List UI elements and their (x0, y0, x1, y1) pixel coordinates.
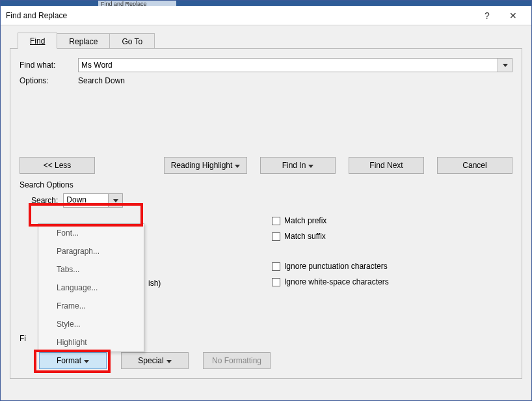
format-button-label: Format (57, 356, 81, 365)
find-what-row: Find what: (20, 58, 512, 72)
less-button[interactable]: << Less (20, 157, 95, 174)
search-direction-value: Down (63, 193, 109, 208)
ignore-punct-checkbox[interactable] (272, 262, 280, 271)
cancel-label: Cancel (462, 161, 486, 170)
find-next-label: Find Next (369, 161, 403, 170)
match-suffix-row[interactable]: Match suffix (272, 228, 512, 244)
main-button-row: << Less Reading Highlight Find In Find N… (20, 157, 512, 174)
titlebar: Find and Replace ? ✕ (1, 6, 531, 25)
find-what-input[interactable] (78, 58, 498, 72)
spacer (108, 157, 151, 174)
tab-row: Find Replace Go To (18, 32, 522, 49)
find-what-dropdown[interactable] (498, 58, 512, 72)
menu-paragraph[interactable]: Paragraph... (38, 242, 144, 260)
reading-highlight-button[interactable]: Reading Highlight (164, 157, 247, 174)
ignore-punct-row[interactable]: Ignore punctuation characters (272, 258, 512, 274)
menu-frame[interactable]: Frame... (38, 297, 144, 315)
chevron-down-icon (166, 360, 172, 363)
options-label: Options: (20, 76, 78, 85)
chevron-down-icon (503, 64, 508, 67)
word-background-tab: Find and Replace (98, 1, 176, 6)
find-in-button[interactable]: Find In (260, 157, 336, 174)
match-prefix-label: Match prefix (284, 216, 326, 225)
ignore-ws-row[interactable]: Ignore white-space characters (272, 274, 512, 290)
match-suffix-checkbox[interactable] (272, 232, 280, 241)
search-direction-row: Search: Down (31, 193, 512, 208)
search-options-label: Search Options (20, 180, 512, 189)
tab-find[interactable]: Find (18, 33, 57, 49)
options-value: Search Down (78, 76, 125, 85)
menu-highlight[interactable]: Highlight (38, 333, 144, 352)
tab-goto[interactable]: Go To (109, 33, 155, 49)
find-in-label: Find In (282, 161, 306, 170)
less-button-label: << Less (44, 161, 72, 170)
tab-find-label: Find (30, 36, 45, 46)
search-direction-dropdown[interactable] (109, 193, 123, 208)
find-section-label-partial: Fi (20, 334, 26, 343)
search-direction-select[interactable]: Down (63, 193, 123, 208)
special-button[interactable]: Special (121, 352, 189, 369)
dialog-title: Find and Replace (6, 11, 474, 20)
options-right-col: Match prefix Match suffix Ignore punctua… (272, 213, 512, 291)
close-button[interactable]: ✕ (500, 7, 526, 25)
search-label: Search: (31, 196, 58, 205)
reading-highlight-label: Reading Highlight (171, 161, 233, 170)
menu-language[interactable]: Language... (38, 279, 144, 297)
match-prefix-checkbox[interactable] (272, 217, 280, 225)
chevron-down-icon (308, 165, 313, 168)
tab-panel: Find what: Options: Search Down << Less … (10, 48, 522, 379)
chevron-down-icon (235, 165, 240, 168)
partial-text: ish) (148, 279, 161, 288)
tab-replace-label: Replace (69, 37, 98, 46)
format-button[interactable]: Format (39, 352, 107, 369)
chevron-down-icon (113, 199, 118, 202)
no-formatting-label: No Formatting (212, 356, 261, 365)
tab-replace[interactable]: Replace (57, 33, 110, 49)
menu-font[interactable]: Font... (38, 224, 144, 242)
ignore-ws-label: Ignore white-space characters (284, 277, 389, 286)
chevron-down-icon (84, 360, 89, 363)
menu-tabs[interactable]: Tabs... (38, 260, 144, 279)
special-button-label: Special (138, 356, 163, 365)
find-next-button[interactable]: Find Next (349, 157, 424, 174)
bottom-button-row: Format Special No Formatting (39, 352, 271, 369)
ignore-punct-label: Ignore punctuation characters (284, 262, 388, 271)
find-what-label: Find what: (20, 61, 78, 70)
no-formatting-button[interactable]: No Formatting (203, 352, 271, 369)
format-menu: Font... Paragraph... Tabs... Language...… (38, 223, 144, 352)
cancel-button[interactable]: Cancel (437, 157, 512, 174)
ignore-ws-checkbox[interactable] (272, 278, 280, 286)
help-button[interactable]: ? (474, 7, 500, 25)
find-what-combo (78, 58, 512, 72)
match-prefix-row[interactable]: Match prefix (272, 213, 512, 228)
menu-style[interactable]: Style... (38, 315, 144, 333)
word-ribbon-strip (1, 1, 531, 6)
dialog-content: Find Replace Go To Find what: Options: S… (1, 25, 531, 400)
options-row: Options: Search Down (20, 76, 512, 85)
match-suffix-label: Match suffix (284, 232, 326, 241)
find-replace-dialog: Find and Replace Find and Replace ? ✕ Fi… (0, 0, 532, 401)
tab-goto-label: Go To (122, 37, 142, 46)
